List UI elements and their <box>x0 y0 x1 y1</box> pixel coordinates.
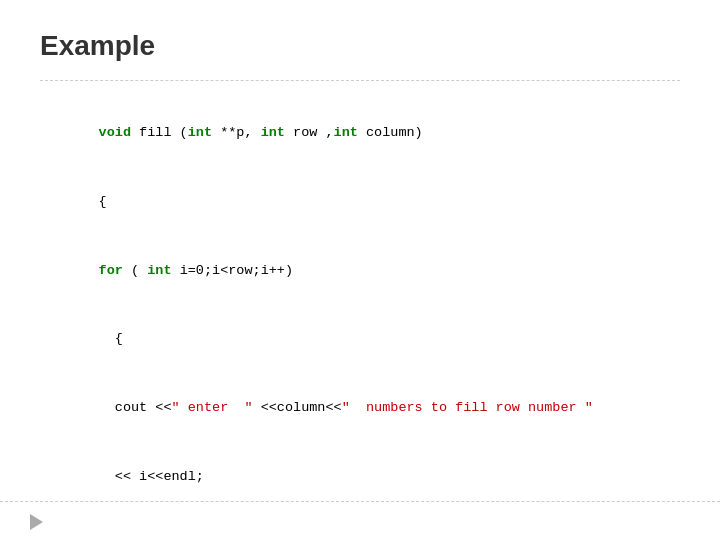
code-line-7: for (int j=0;j<column ;j++) <box>50 512 680 540</box>
code-line-3: for ( int i=0;i<row;i++) <box>50 237 680 306</box>
code-line-4: { <box>50 305 680 374</box>
code-line-2: { <box>50 168 680 237</box>
code-line-1: void fill (int **p, int row ,int column) <box>50 99 680 168</box>
bottom-divider <box>0 501 720 502</box>
code-line-5: cout <<" enter " <<column<<" numbers to … <box>50 374 680 443</box>
code-block: void fill (int **p, int row ,int column)… <box>40 99 680 540</box>
slide: Example void fill (int **p, int row ,int… <box>0 0 720 540</box>
top-divider <box>40 80 680 81</box>
slide-title: Example <box>40 30 680 62</box>
next-arrow-icon[interactable] <box>30 514 43 530</box>
